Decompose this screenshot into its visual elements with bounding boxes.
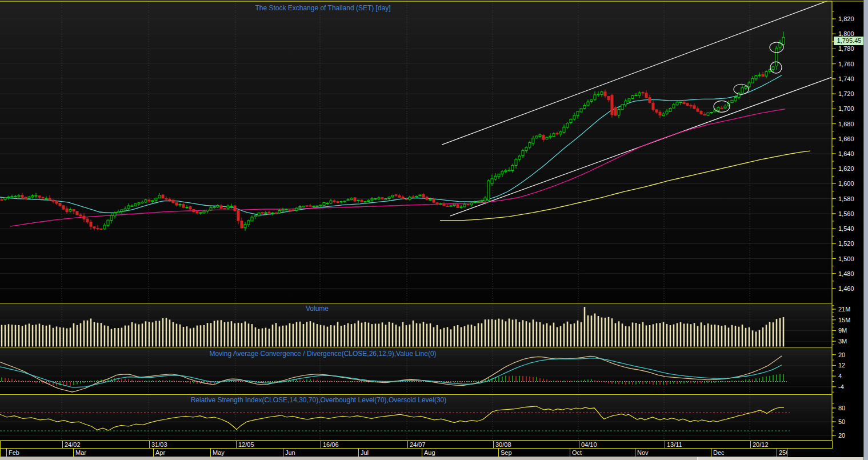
axis-tick-label: 50 bbox=[838, 418, 845, 425]
month-cell: Jun bbox=[283, 449, 358, 457]
axis-tick-label: 1,700 bbox=[838, 105, 854, 112]
axis-tick-label: 1,820 bbox=[838, 15, 854, 22]
axis-tick-label: 9M bbox=[838, 327, 847, 334]
axis-tick-label: 80 bbox=[838, 405, 845, 411]
horizontal-scrollbar-thumb[interactable] bbox=[0, 457, 698, 460]
date-tick-cell: 24/02 bbox=[62, 441, 149, 448]
axis-tick-label: 1,640 bbox=[838, 150, 854, 157]
last-price-tag: 1,795.45 bbox=[834, 37, 865, 45]
month-cell: 2561 bbox=[777, 449, 787, 457]
date-tick-cell: 30/08 bbox=[493, 441, 579, 448]
month-cell: Jul bbox=[358, 449, 422, 457]
date-tick-cell: 24/07 bbox=[407, 441, 493, 448]
panel-backgrounds bbox=[0, 2, 832, 441]
axis-tick-label: 1,460 bbox=[838, 285, 854, 292]
month-cell: Oct bbox=[570, 449, 635, 457]
vertical-scrollbar[interactable] bbox=[863, 0, 868, 460]
axis-tick-label: 3M bbox=[838, 338, 847, 345]
axis-tick-label: 1,780 bbox=[838, 45, 854, 52]
axis-tick-label: 20 bbox=[838, 432, 845, 439]
axis-tick-label: 1,500 bbox=[838, 255, 854, 262]
month-cell: Feb bbox=[6, 449, 73, 457]
axis-tick-label: -4 bbox=[838, 383, 844, 390]
date-tick-cell: 16/06 bbox=[321, 441, 407, 448]
month-cell: Sep bbox=[498, 449, 570, 457]
axis-tick-label: 1,760 bbox=[838, 61, 854, 67]
date-tick-cell: 20/12 bbox=[750, 441, 833, 448]
chart-canvas[interactable]: 1,8201,8001,7801,7601,7401,7201,7001,680… bbox=[0, 0, 868, 460]
axis-tick-label: 15M bbox=[838, 317, 850, 323]
date-axis-row: 24/0231/0312/0516/0624/0730/0804/1013/11… bbox=[0, 441, 833, 449]
month-cell: Aug bbox=[422, 449, 498, 457]
axis-tick-label: 1,740 bbox=[838, 75, 854, 82]
axis-tick-label: 1,680 bbox=[838, 121, 854, 127]
horizontal-scrollbar[interactable] bbox=[0, 457, 868, 460]
axis-tick-label: 1,720 bbox=[838, 90, 854, 97]
month-cell: Mar bbox=[73, 449, 153, 457]
month-cell: Apr bbox=[153, 449, 210, 457]
axis-tick-label: 1,480 bbox=[838, 270, 854, 277]
axis-tick-label: 1,520 bbox=[838, 240, 854, 247]
date-tick-cell: 04/10 bbox=[579, 441, 665, 448]
axis-tick-label: 12 bbox=[838, 362, 845, 369]
axis-tick-label: 1,620 bbox=[838, 165, 854, 172]
month-cell: May bbox=[210, 449, 283, 457]
axis-tick-label: 4 bbox=[838, 373, 842, 379]
month-cell: Nov bbox=[635, 449, 711, 457]
month-axis-row: FebMarAprMayJunJulAugSepOctNovDec2561 bbox=[0, 448, 787, 457]
axis-tick-label: 1,660 bbox=[838, 135, 854, 142]
date-tick-cell: 13/11 bbox=[665, 441, 750, 448]
axis-tick-label: 1,540 bbox=[838, 225, 854, 232]
axis-tick-label: 21M bbox=[838, 306, 850, 313]
date-tick-cell: 12/05 bbox=[236, 441, 321, 448]
axis-tick-label: 20 bbox=[838, 351, 845, 358]
date-tick-cell: 31/03 bbox=[149, 441, 236, 448]
axis-tick-label: 1,580 bbox=[838, 195, 854, 202]
right-price-axis: 1,8201,8001,7801,7601,7401,7201,7001,680… bbox=[832, 11, 854, 439]
axis-tick-label: 1,600 bbox=[838, 180, 854, 187]
month-cell: Dec bbox=[711, 449, 777, 457]
axis-tick-label: 1,560 bbox=[838, 210, 854, 217]
stock-chart-window: 1,8201,8001,7801,7601,7401,7201,7001,680… bbox=[0, 0, 868, 460]
